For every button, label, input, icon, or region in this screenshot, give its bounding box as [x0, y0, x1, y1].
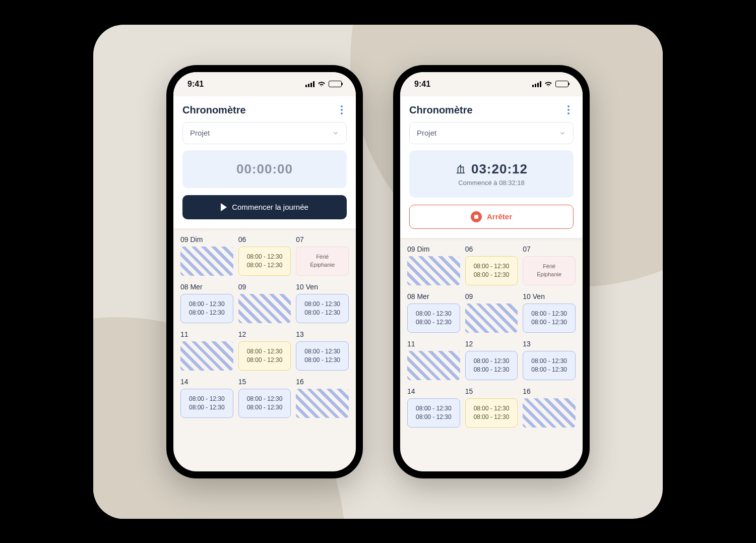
- slot: 08:00 - 12:30: [474, 262, 510, 271]
- select-label: Projet: [190, 129, 210, 137]
- slot: 08:00 - 12:30: [474, 366, 510, 374]
- day-label: 15: [238, 378, 291, 386]
- day-label: 07: [523, 245, 576, 253]
- stop-label: Arrêter: [487, 212, 512, 221]
- slot: 08:00 - 12:30: [474, 404, 510, 413]
- day-cell[interactable]: 08:00 - 12:30 08:00 - 12:30: [296, 294, 349, 323]
- slot: 08:00 - 12:30: [416, 318, 452, 327]
- menu-icon[interactable]: [337, 105, 347, 115]
- slot: 08:00 - 12:30: [416, 413, 452, 421]
- slot: 08:00 - 12:30: [474, 413, 510, 421]
- holiday-name: Épiphanie: [537, 271, 561, 278]
- day-label: 14: [407, 387, 460, 395]
- day-cell[interactable]: 08:00 - 12:30 08:00 - 12:30: [407, 398, 460, 428]
- day-cell[interactable]: 08:00 - 12:30 08:00 - 12:30: [238, 341, 291, 371]
- day-label: 07: [296, 235, 349, 244]
- wifi-icon: [544, 81, 552, 87]
- slot: 08:00 - 12:30: [474, 271, 510, 279]
- page-title: Chronomètre: [409, 104, 473, 116]
- calendar-grid: 09 Dim 06 08:00 - 12:30 08:00 - 12:30 07…: [400, 238, 583, 471]
- slot: 08:00 - 12:30: [304, 309, 340, 317]
- day-cell-striped[interactable]: [465, 304, 518, 333]
- screen: 9:41 Chronomètre Projet: [400, 72, 583, 471]
- day-cell[interactable]: 08:00 - 12:30 08:00 - 12:30: [523, 304, 576, 333]
- slot: 08:00 - 12:30: [416, 404, 452, 413]
- day-label: 09 Dim: [407, 245, 460, 253]
- day-cell-striped[interactable]: [523, 398, 576, 428]
- day-label: 09: [238, 283, 291, 291]
- slot: 08:00 - 12:30: [189, 395, 225, 403]
- day-label: 09 Dim: [180, 235, 233, 244]
- slot: 08:00 - 12:30: [304, 347, 340, 356]
- day-cell-striped[interactable]: [238, 294, 291, 323]
- select-label: Projet: [417, 129, 436, 137]
- slot: 08:00 - 12:30: [304, 356, 340, 365]
- stop-button[interactable]: Arrêter: [409, 205, 574, 229]
- day-label: 09: [465, 292, 518, 300]
- day-cell-holiday[interactable]: Férié Épiphanie: [523, 256, 576, 285]
- day-cell-striped[interactable]: [407, 256, 460, 285]
- day-cell[interactable]: 08:00 - 12:30 08:00 - 12:30: [465, 351, 518, 380]
- slot: 08:00 - 12:30: [531, 318, 567, 327]
- day-cell[interactable]: 08:00 - 12:30 08:00 - 12:30: [523, 351, 576, 380]
- building-icon: [455, 163, 466, 174]
- battery-icon: [555, 81, 569, 87]
- slot: 08:00 - 12:30: [474, 357, 510, 366]
- status-time: 9:41: [187, 80, 204, 89]
- day-label: 13: [296, 330, 349, 338]
- project-select[interactable]: Projet: [409, 122, 574, 144]
- slot: 08:00 - 12:30: [189, 309, 225, 317]
- timer-card: Chronomètre Projet 00:00:00 Commencer la…: [173, 96, 356, 228]
- day-cell-striped[interactable]: [180, 341, 233, 371]
- start-day-button[interactable]: Commencer la journée: [182, 195, 347, 219]
- day-label: 10 Ven: [523, 292, 576, 300]
- slot: 08:00 - 12:30: [247, 253, 283, 261]
- slot: 08:00 - 12:30: [189, 300, 225, 309]
- day-label: 12: [465, 340, 518, 348]
- day-cell[interactable]: 08:00 - 12:30 08:00 - 12:30: [238, 247, 291, 276]
- project-select[interactable]: Projet: [182, 122, 347, 144]
- day-cell-striped[interactable]: [180, 247, 233, 276]
- day-label: 10 Ven: [296, 283, 349, 291]
- statusbar: 9:41: [173, 72, 356, 96]
- day-label: 08 Mer: [407, 292, 460, 300]
- slot: 08:00 - 12:30: [531, 366, 567, 374]
- slot: 08:00 - 12:30: [531, 310, 567, 318]
- day-label: 13: [523, 340, 576, 348]
- day-cell-striped[interactable]: [407, 351, 460, 380]
- day-cell[interactable]: 08:00 - 12:30 08:00 - 12:30: [407, 304, 460, 333]
- day-cell[interactable]: 08:00 - 12:30 08:00 - 12:30: [180, 389, 233, 418]
- slot: 08:00 - 12:30: [247, 403, 283, 412]
- day-cell[interactable]: 08:00 - 12:30 08:00 - 12:30: [465, 398, 518, 428]
- timer-display: 03:20:12 Commencé à 08:32:18: [409, 150, 574, 198]
- day-label: 06: [465, 245, 518, 253]
- start-label: Commencer la journée: [232, 203, 308, 211]
- holiday-label: Férié: [543, 263, 555, 270]
- wifi-icon: [318, 81, 326, 87]
- day-label: 08 Mer: [180, 283, 233, 291]
- day-cell-striped[interactable]: [296, 389, 349, 418]
- timer-card: Chronomètre Projet 03:20:12 Commencé à 0…: [400, 96, 583, 238]
- status-time: 9:41: [414, 80, 430, 89]
- day-cell[interactable]: 08:00 - 12:30 08:00 - 12:30: [465, 256, 518, 285]
- day-cell[interactable]: 08:00 - 12:30 08:00 - 12:30: [238, 389, 291, 418]
- calendar-grid: 09 Dim 06 08:00 - 12:30 08:00 - 12:30 07: [173, 228, 356, 471]
- day-cell-holiday[interactable]: Férié Épiphanie: [296, 247, 349, 276]
- day-label: 12: [238, 330, 291, 338]
- timer-subtitle: Commencé à 08:32:18: [458, 179, 525, 187]
- menu-icon[interactable]: [563, 105, 574, 115]
- day-cell[interactable]: 08:00 - 12:30 08:00 - 12:30: [296, 341, 349, 371]
- signal-icon: [532, 81, 541, 87]
- chevron-down-icon: [332, 130, 339, 137]
- day-label: 14: [180, 378, 233, 386]
- day-label: 15: [465, 387, 518, 395]
- day-label: 11: [180, 330, 233, 338]
- slot: 08:00 - 12:30: [247, 261, 283, 270]
- slot: 08:00 - 12:30: [189, 403, 225, 412]
- day-label: 16: [296, 378, 349, 386]
- battery-icon: [329, 81, 342, 87]
- holiday-label: Férié: [316, 253, 329, 261]
- slot: 08:00 - 12:30: [304, 300, 340, 309]
- day-cell[interactable]: 08:00 - 12:30 08:00 - 12:30: [180, 294, 233, 323]
- stop-icon: [471, 211, 482, 222]
